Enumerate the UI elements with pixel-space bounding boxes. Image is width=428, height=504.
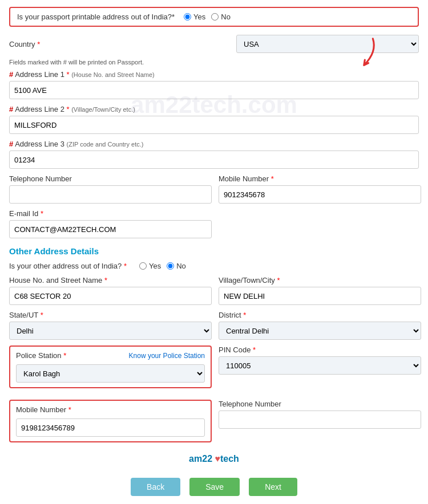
address2-label: # Address Line 2 * (Village/Town/City et… (9, 105, 419, 113)
address2-label-text: Address Line 2 (15, 105, 64, 113)
village-label: Village/Town/City * (219, 276, 421, 284)
pin-label-text: PIN Code (219, 346, 251, 354)
save-button[interactable]: Save (189, 478, 240, 496)
police-station-label: Police Station * (16, 351, 66, 360)
mobile-label-text: Mobile Number (219, 174, 269, 183)
passport-no-text: No (221, 13, 231, 21)
bottom-watermark-suffix: tech (220, 454, 239, 464)
other-mobile-input[interactable] (16, 418, 205, 437)
other-telephone-input[interactable] (219, 410, 421, 429)
village-required: * (277, 276, 280, 284)
other-mobile-required: * (68, 405, 71, 414)
know-police-link[interactable]: Know your Police Station (129, 352, 205, 360)
other-mobile-label: Mobile Number * (16, 405, 205, 414)
other-no-radio[interactable] (167, 262, 174, 270)
tel-mobile-row: Telephone Number Mobile Number * (9, 174, 419, 204)
hash3: # (9, 140, 13, 148)
mobile-input[interactable] (219, 185, 421, 204)
pin-select[interactable]: 110005 (219, 356, 421, 375)
other-telephone-label: Telephone Number (219, 400, 421, 408)
pin-group: PIN Code * 110005 (219, 346, 421, 375)
email-input[interactable] (9, 220, 212, 238)
address1-input[interactable] (9, 81, 419, 99)
other-mobile-section: Mobile Number * (9, 400, 212, 442)
passport-no-label[interactable]: No (211, 13, 231, 21)
email-label-text: E-mail Id (9, 209, 38, 218)
country-label: Country * (9, 40, 40, 48)
other-address-question-row: Is your other address out of India? * Ye… (9, 262, 419, 270)
telephone-group: Telephone Number (9, 174, 212, 204)
state-district-row: State/UT * Delhi District * Central Delh… (9, 311, 419, 340)
address1-required: * (67, 70, 70, 79)
address3-label-text: Address Line 3 (15, 140, 64, 148)
address1-label-text: Address Line 1 (15, 70, 64, 79)
fields-note: Fields marked with # will be printed on … (9, 59, 419, 66)
police-pin-row: Police Station * Know your Police Statio… (9, 346, 419, 394)
passport-yes-radio[interactable] (184, 13, 191, 21)
district-select[interactable]: Central Delhi (219, 322, 421, 340)
house-label-text: House No. and Street Name (9, 276, 102, 284)
other-yes-radio[interactable] (139, 262, 147, 270)
house-input[interactable] (9, 287, 212, 305)
state-label-text: State/UT (9, 311, 38, 319)
address1-sublabel: (House No. and Street Name) (71, 71, 155, 78)
country-label-text: Country (9, 40, 35, 48)
state-group: State/UT * Delhi (9, 311, 212, 340)
other-address-question-text: Is your other address out of India? (9, 262, 122, 270)
address2-required: * (67, 105, 70, 113)
email-label: E-mail Id * (9, 209, 419, 218)
other-mobile-label-text: Mobile Number (16, 405, 66, 414)
house-group: House No. and Street Name * (9, 276, 212, 305)
other-address-question-label: Is your other address out of India? * (9, 262, 127, 270)
address2-sublabel: (Village/Town/City etc.) (71, 106, 135, 113)
house-village-row: House No. and Street Name * Village/Town… (9, 276, 419, 305)
state-required: * (41, 311, 43, 319)
house-label: House No. and Street Name * (9, 276, 212, 284)
other-yes-text: Yes (149, 262, 161, 270)
address3-label: # Address Line 3 (ZIP code and Country e… (9, 140, 419, 148)
district-label-text: District (219, 311, 241, 319)
hash1: # (9, 70, 13, 79)
mobile-label: Mobile Number * (219, 174, 421, 183)
other-address-radio-group: Yes No (139, 262, 186, 270)
district-required: * (243, 311, 246, 319)
police-station-section: Police Station * Know your Police Statio… (9, 346, 212, 388)
state-select[interactable]: Delhi (9, 322, 212, 340)
other-address-required: * (124, 262, 127, 270)
passport-radio-group: Yes No (184, 13, 231, 21)
bottom-watermark: am22 ♥tech (9, 454, 419, 464)
village-input[interactable] (219, 287, 421, 305)
other-no-text: No (176, 262, 186, 270)
passport-yes-label[interactable]: Yes (184, 13, 205, 21)
police-station-label-text: Police Station (16, 351, 62, 360)
back-button[interactable]: Back (131, 478, 180, 496)
house-required: * (104, 276, 107, 284)
email-required: * (41, 209, 43, 218)
telephone-input[interactable] (9, 185, 212, 204)
address3-sublabel: (ZIP code and Country etc.) (67, 141, 144, 148)
hash2: # (9, 105, 13, 113)
passport-question-box: Is your passport printable address out o… (9, 7, 419, 27)
other-telephone-group: Telephone Number (219, 400, 421, 429)
bottom-watermark-text: am22 (189, 454, 212, 464)
country-required: * (37, 40, 40, 48)
other-no-label[interactable]: No (167, 262, 186, 270)
country-select[interactable]: USA (236, 35, 419, 53)
address3-input[interactable] (9, 151, 419, 169)
police-station-select[interactable]: Karol Bagh (16, 364, 205, 383)
next-button[interactable]: Next (249, 478, 297, 496)
passport-question-label: Is your passport printable address out o… (17, 13, 175, 21)
heart-icon: ♥ (212, 454, 220, 464)
telephone-label: Telephone Number (9, 174, 212, 183)
bottom-bar: Back Save Next (9, 478, 419, 502)
passport-no-radio[interactable] (211, 13, 219, 21)
address2-input[interactable] (9, 116, 419, 134)
police-required: * (63, 351, 66, 360)
pin-required: * (253, 346, 256, 354)
state-label: State/UT * (9, 311, 212, 319)
pin-label: PIN Code * (219, 346, 421, 354)
other-yes-label[interactable]: Yes (139, 262, 161, 270)
village-label-text: Village/Town/City (219, 276, 275, 284)
passport-yes-text: Yes (193, 13, 205, 21)
police-station-header: Police Station * Know your Police Statio… (16, 351, 205, 360)
